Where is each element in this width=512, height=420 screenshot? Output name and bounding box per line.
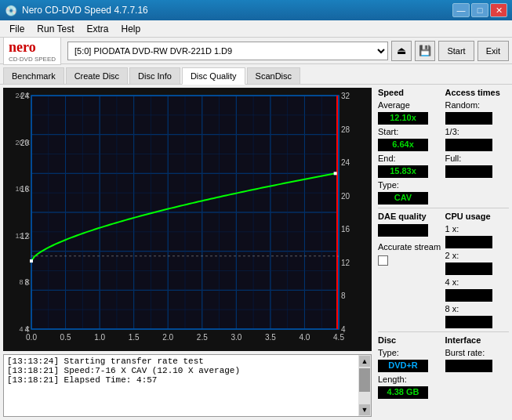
- menu-extra[interactable]: Extra: [80, 22, 114, 36]
- accurate-stream-checkbox[interactable]: [378, 255, 388, 266]
- exit-button[interactable]: Exit: [478, 41, 509, 61]
- menu-run-test[interactable]: Run Test: [31, 22, 80, 36]
- speed-chart: [3, 88, 372, 351]
- save-button[interactable]: 💾: [415, 41, 435, 61]
- chart-wrapper: [3, 88, 372, 351]
- tab-bar: Benchmark Create Disc Disc Info Disc Qua…: [0, 64, 512, 85]
- type-label: Type:: [378, 180, 442, 190]
- interface-title: Interface: [445, 335, 510, 345]
- dae-title: DAE quality: [378, 212, 442, 221]
- cpu-1x-value: [445, 236, 492, 248]
- tab-disc-quality[interactable]: Disc Quality: [182, 67, 245, 85]
- start-value: 6.64x: [378, 139, 428, 151]
- chart-area: [3, 88, 372, 351]
- average-label: Average: [378, 100, 442, 110]
- menu-help[interactable]: Help: [115, 22, 147, 36]
- menu-bar: File Run Test Extra Help: [0, 20, 512, 38]
- eject-button[interactable]: ⏏: [391, 41, 412, 61]
- speed-access-section: Speed Average 12.10x Start: 6.64x End: 1…: [375, 88, 512, 205]
- one-third-value: [445, 139, 492, 151]
- end-value: 15.83x: [378, 165, 428, 178]
- cpu-title: CPU usage: [445, 212, 510, 221]
- cpu-4x-value: [445, 289, 492, 302]
- tab-benchmark[interactable]: Benchmark: [3, 67, 64, 84]
- interface-group: Interface Burst rate:: [445, 335, 510, 399]
- log-area: [13:13:24] Starting transfer rate test […: [3, 354, 372, 417]
- speed-title: Speed: [378, 88, 442, 97]
- tab-scan-disc[interactable]: ScanDisc: [247, 67, 300, 84]
- access-times-group: Access times Random: 1/3: Full:: [445, 88, 510, 205]
- tab-create-disc[interactable]: Create Disc: [66, 67, 128, 84]
- cpu-2x-label: 2 x:: [445, 251, 510, 260]
- cpu-2x-value: [445, 262, 492, 275]
- nero-sub: CD·DVD SPEED: [9, 56, 56, 63]
- divider-1: [378, 208, 509, 208]
- cpu-4x-label: 4 x:: [445, 277, 510, 287]
- close-button[interactable]: ✕: [490, 3, 507, 17]
- type-value: CAV: [378, 192, 428, 205]
- cpu-8x-value: [445, 316, 492, 328]
- title-bar-left: 💿 Nero CD-DVD Speed 4.7.7.16: [5, 5, 148, 16]
- random-label: Random:: [445, 100, 510, 110]
- log-scroll-thumb[interactable]: [359, 368, 370, 392]
- cpu-1x-label: 1 x:: [445, 224, 510, 234]
- cpu-group: CPU usage 1 x: 2 x: 4 x: 8 x:: [445, 212, 510, 328]
- nero-logo: nero: [9, 39, 56, 56]
- menu-file[interactable]: File: [3, 22, 31, 36]
- average-value: 12.10x: [378, 112, 428, 125]
- disc-length-label: Length:: [378, 375, 442, 384]
- app-title: Nero CD-DVD Speed 4.7.7.16: [22, 5, 148, 16]
- disc-group: Disc Type: DVD+R Length: 4.38 GB: [378, 335, 442, 399]
- log-entry-2: [13:18:21] Elapsed Time: 4:57: [7, 375, 355, 385]
- full-label: Full:: [445, 154, 510, 163]
- access-times-title: Access times: [445, 88, 510, 97]
- log-entry-0: [13:13:24] Starting transfer rate test: [7, 357, 355, 366]
- disc-interface-section: Disc Type: DVD+R Length: 4.38 GB Interfa…: [375, 335, 512, 399]
- one-third-label: 1/3:: [445, 127, 510, 136]
- log-content: [13:13:24] Starting transfer rate test […: [4, 355, 358, 416]
- log-scrollbar[interactable]: ▲ ▼: [358, 355, 371, 416]
- toolbar: nero CD·DVD SPEED [5:0] PIODATA DVD-RW D…: [0, 38, 512, 64]
- dae-value: [378, 224, 428, 237]
- disc-length-value: 4.38 GB: [378, 386, 428, 399]
- right-panel: Speed Average 12.10x Start: 6.64x End: 1…: [375, 85, 512, 420]
- tab-disc-info[interactable]: Disc Info: [129, 67, 180, 84]
- speed-group: Speed Average 12.10x Start: 6.64x End: 1…: [378, 88, 442, 205]
- log-entry-1: [13:18:21] Speed:7-16 X CAV (12.10 X ave…: [7, 366, 355, 375]
- title-bar: 💿 Nero CD-DVD Speed 4.7.7.16 — □ ✕: [0, 0, 512, 20]
- disc-title: Disc: [378, 335, 442, 345]
- full-value: [445, 165, 492, 178]
- start-button[interactable]: Start: [438, 41, 474, 61]
- burst-rate-label: Burst rate:: [445, 348, 510, 357]
- title-bar-controls: — □ ✕: [452, 3, 507, 17]
- logo: nero CD·DVD SPEED: [3, 37, 61, 65]
- disc-type-label: Type:: [378, 348, 442, 357]
- main-content: [13:13:24] Starting transfer rate test […: [0, 85, 512, 420]
- cpu-8x-label: 8 x:: [445, 304, 510, 313]
- maximize-button[interactable]: □: [471, 3, 488, 17]
- start-label: Start:: [378, 127, 442, 136]
- minimize-button[interactable]: —: [452, 3, 470, 17]
- disc-type-value: DVD+R: [378, 360, 428, 372]
- cpu-dae-section: DAE quality Accurate stream CPU usage 1 …: [375, 212, 512, 328]
- device-select[interactable]: [5:0] PIODATA DVD-RW DVR-221D 1.D9: [67, 42, 388, 60]
- random-value: [445, 112, 492, 125]
- divider-2: [378, 331, 509, 332]
- dae-group: DAE quality Accurate stream: [378, 212, 442, 328]
- accurate-stream-label: Accurate stream: [378, 242, 442, 252]
- end-label: End:: [378, 154, 442, 163]
- burst-rate-value: [445, 360, 492, 372]
